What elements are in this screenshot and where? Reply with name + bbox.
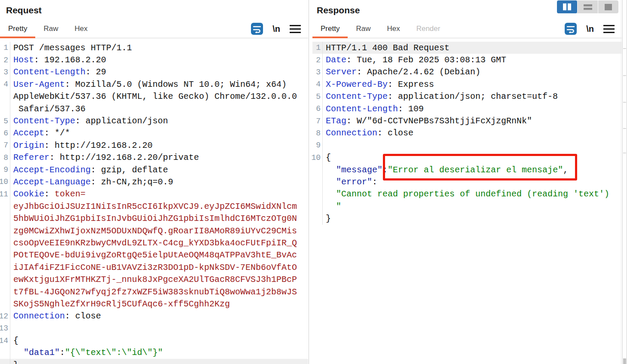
code-line: 6Content-Length: 109 bbox=[312, 103, 622, 115]
request-tab-hex[interactable]: Hex bbox=[66, 20, 95, 38]
request-tab-pretty[interactable]: Pretty bbox=[0, 20, 35, 38]
response-tab-hex[interactable]: Hex bbox=[379, 20, 408, 38]
code-text: HTTP/1.1 400 Bad Request bbox=[323, 43, 450, 53]
code-line: ewKxtjgu1XFrMTHKZTj-_nnuk8JxPgceXA2UlTGa… bbox=[0, 273, 308, 285]
newline-toggle[interactable]: \n bbox=[272, 24, 280, 34]
marker-tick bbox=[623, 102, 626, 103]
marker-tick bbox=[623, 128, 626, 129]
code-line: " bbox=[312, 200, 622, 212]
line-number bbox=[0, 225, 10, 237]
code-text: Safari/537.36 bbox=[10, 104, 86, 114]
scrollbar-corner bbox=[623, 358, 626, 364]
code-line: 9Accept-Encoding: gzip, deflate bbox=[0, 164, 308, 176]
code-text: Accept-Language: zh-CN,zh;q=0.9 bbox=[10, 177, 173, 187]
line-number: 2 bbox=[0, 54, 10, 66]
response-tab-pretty[interactable]: Pretty bbox=[312, 20, 348, 38]
split-columns-view-button[interactable] bbox=[557, 0, 578, 13]
code-line: 1POST /messages HTTP/1.1 bbox=[0, 42, 308, 54]
response-tabbar: Pretty Raw Hex Render \n bbox=[312, 20, 622, 38]
view-switcher bbox=[557, 0, 618, 13]
line-number bbox=[312, 164, 323, 176]
code-line: 10{ bbox=[312, 152, 622, 164]
code-line: 5Content-Type: application/json; charset… bbox=[312, 91, 622, 103]
menu-icon[interactable] bbox=[603, 25, 615, 33]
code-text: { bbox=[323, 153, 331, 162]
word-wrap-icon[interactable] bbox=[565, 23, 577, 35]
line-number: 1 bbox=[0, 42, 10, 54]
code-line: 5Content-Type: application/json bbox=[0, 115, 308, 127]
line-number: 8 bbox=[0, 152, 10, 164]
marker-tick bbox=[623, 153, 626, 153]
line-number bbox=[0, 200, 10, 212]
response-toolbar: \n bbox=[565, 20, 615, 38]
code-line: } bbox=[312, 212, 622, 224]
code-text: POST /messages HTTP/1.1 bbox=[10, 43, 132, 53]
code-line: 3Content-Length: 29 bbox=[0, 66, 308, 78]
line-number: 13 bbox=[0, 322, 10, 334]
code-text: Cookie: token= bbox=[10, 189, 86, 199]
code-text: "data1":"{\"text\":\"id\"}" bbox=[10, 348, 163, 358]
code-line: 5hbWUiOiJhZG1pbiIsInJvbGUiOiJhZG1pbiIsIm… bbox=[0, 212, 308, 224]
request-toolbar: \n bbox=[251, 20, 301, 38]
code-line: 12Connection: close bbox=[0, 310, 308, 322]
code-line: 7Origin: http://192.168.2.20 bbox=[0, 139, 308, 151]
line-number: 10 bbox=[312, 152, 323, 164]
request-panel-title: Request bbox=[0, 0, 308, 20]
line-number: 11 bbox=[0, 188, 10, 200]
line-number bbox=[312, 200, 323, 212]
code-text: Connection: close bbox=[10, 311, 101, 321]
line-number bbox=[312, 188, 323, 200]
line-number bbox=[0, 298, 10, 310]
code-text: ewKxtjgu1XFrMTHKZTj-_nnuk8JxPgceXA2UlTGa… bbox=[10, 275, 297, 284]
request-tab-raw[interactable]: Raw bbox=[35, 20, 66, 38]
newline-toggle[interactable]: \n bbox=[586, 24, 594, 34]
code-text: "Cannot read properties of undefined (re… bbox=[323, 189, 609, 199]
line-number bbox=[0, 212, 10, 224]
line-number: 1 bbox=[312, 42, 323, 54]
line-number bbox=[0, 261, 10, 273]
line-number: 7 bbox=[312, 115, 323, 127]
marker-tick bbox=[623, 48, 626, 49]
code-text: Content-Length: 109 bbox=[323, 104, 424, 114]
code-line: 1HTTP/1.1 400 Bad Request bbox=[312, 42, 622, 54]
code-text: Referer: http://192.168.2.20/private bbox=[10, 153, 199, 162]
word-wrap-icon[interactable] bbox=[251, 23, 263, 35]
response-tab-raw[interactable]: Raw bbox=[348, 20, 379, 38]
code-line: iJIAf4iFZ1FicCoNE-uB1VAVZi3zR3DO1pD-kpNk… bbox=[0, 261, 308, 273]
request-editor[interactable]: 1POST /messages HTTP/1.12Host: 192.168.2… bbox=[0, 38, 308, 364]
code-text: { bbox=[10, 336, 18, 346]
line-number: 6 bbox=[312, 103, 323, 115]
code-text: Host: 192.168.2.20 bbox=[10, 55, 106, 65]
line-number bbox=[312, 176, 323, 188]
code-line: 6Accept: */* bbox=[0, 127, 308, 139]
single-view-button[interactable] bbox=[598, 0, 618, 13]
response-editor[interactable]: 1HTTP/1.1 400 Bad Request2Date: Tue, 18 … bbox=[312, 38, 622, 225]
code-line: 13 bbox=[0, 322, 308, 334]
split-rows-icon bbox=[584, 4, 592, 10]
code-text: "message":"Error al deserializar el mens… bbox=[323, 165, 568, 175]
code-line: 8Connection: close bbox=[312, 127, 622, 139]
code-line: 4X-Powered-By: Express bbox=[312, 78, 622, 90]
code-line: 7ETag: W/"6d-CCTvNePBs7S3htjjiFcXjzgRnNk… bbox=[312, 115, 622, 127]
code-text: Content-Type: application/json; charset=… bbox=[323, 92, 558, 101]
code-text: zg0MCwiZXhwIjoxNzM5ODUxNDQwfQ.gRoarII8AM… bbox=[10, 226, 297, 236]
code-line: eyJhbGciOiJSUzI1NiIsInR5cCI6IkpXVCJ9.eyJ… bbox=[0, 200, 308, 212]
code-text: Accept-Encoding: gzip, deflate bbox=[10, 165, 168, 175]
split-rows-view-button[interactable] bbox=[578, 0, 598, 13]
response-tab-render: Render bbox=[408, 20, 449, 38]
code-text: ETag: W/"6d-CCTvNePBs7S3htjjiFcXjzgRnNk" bbox=[323, 116, 532, 126]
code-text: iJIAf4iFZ1FicCoNE-uB1VAVZi3zR3DO1pD-kpNk… bbox=[10, 263, 297, 272]
single-pane-icon bbox=[605, 4, 612, 10]
line-number: 5 bbox=[0, 115, 10, 127]
code-text: eyJhbGciOiJSUzI1NiIsInR5cCI6IkpXVCJ9.eyJ… bbox=[10, 202, 297, 211]
menu-icon[interactable] bbox=[290, 25, 301, 33]
line-number bbox=[0, 237, 10, 249]
line-number: 7 bbox=[0, 139, 10, 151]
code-text: t7fBL-4JGQoN27wfyqj2fz7xWZF5iW383sknubTi… bbox=[10, 287, 297, 297]
code-line: 2Date: Tue, 18 Feb 2025 03:08:13 GMT bbox=[312, 54, 622, 66]
panel-splitter[interactable] bbox=[309, 0, 309, 364]
response-panel: Response Pretty Raw Hex Render \n 1HTTP/… bbox=[312, 0, 622, 364]
code-line: SKojS5NghleZfXrH9cRlj5CUfAqc6-xff5Cghh2K… bbox=[0, 298, 308, 310]
scroll-marker-strip[interactable] bbox=[622, 0, 627, 364]
line-number: 6 bbox=[0, 127, 10, 139]
